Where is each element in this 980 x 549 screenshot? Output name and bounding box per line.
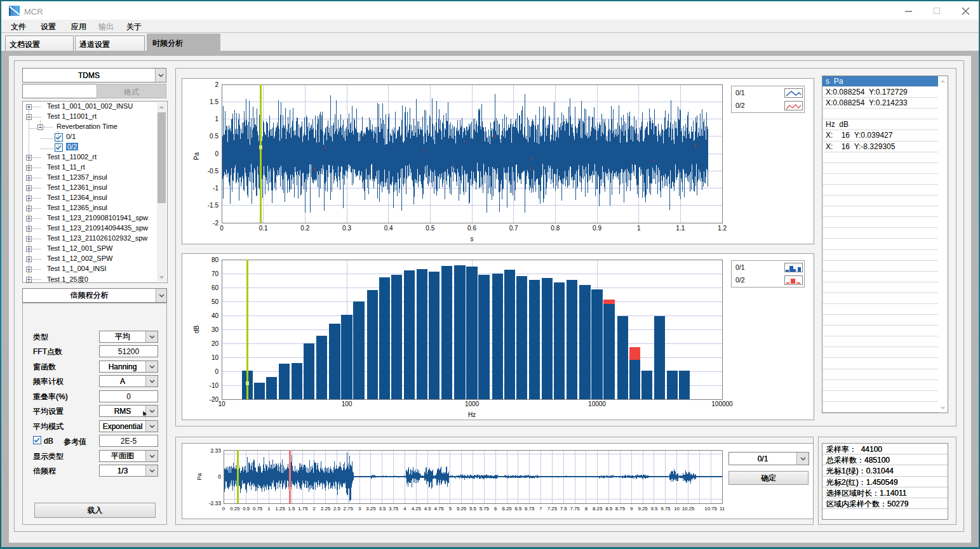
svg-text:4.25: 4.25 <box>412 506 422 512</box>
svg-text:10000: 10000 <box>588 400 606 407</box>
svg-text:6.5: 6.5 <box>514 506 522 512</box>
svg-text:s: s <box>471 235 474 242</box>
svg-text:0: 0 <box>222 506 225 512</box>
svg-text:1.1: 1.1 <box>676 225 685 232</box>
svg-text:0.5: 0.5 <box>210 133 218 140</box>
svg-text:5.75: 5.75 <box>480 506 490 512</box>
svg-text:2.33: 2.33 <box>210 447 221 454</box>
svg-text:10.25: 10.25 <box>682 506 695 512</box>
svg-text:9.5: 9.5 <box>650 506 658 512</box>
svg-text:10.75: 10.75 <box>704 506 717 512</box>
svg-text:2: 2 <box>215 81 218 88</box>
svg-text:5.5: 5.5 <box>469 506 477 512</box>
svg-text:9.25: 9.25 <box>638 506 648 512</box>
svg-text:0: 0 <box>220 225 224 232</box>
svg-text:4.75: 4.75 <box>434 506 444 512</box>
svg-text:10: 10 <box>674 506 680 512</box>
svg-text:3.25: 3.25 <box>366 506 376 512</box>
svg-text:Hz: Hz <box>468 411 476 418</box>
svg-text:Pa: Pa <box>196 473 203 480</box>
svg-text:0.5: 0.5 <box>426 225 434 232</box>
svg-text:0.9: 0.9 <box>593 225 601 232</box>
svg-text:8.75: 8.75 <box>615 506 626 512</box>
svg-text:0.3: 0.3 <box>342 225 351 232</box>
svg-text:30: 30 <box>211 326 219 333</box>
svg-text:2.75: 2.75 <box>344 506 354 512</box>
svg-text:-1.5: -1.5 <box>208 202 219 209</box>
svg-text:5: 5 <box>449 506 452 512</box>
svg-text:7.75: 7.75 <box>570 506 580 512</box>
svg-text:9.75: 9.75 <box>661 506 671 512</box>
svg-text:Pa: Pa <box>193 152 200 160</box>
svg-text:-2: -2 <box>213 220 218 227</box>
svg-text:-10: -10 <box>210 382 219 389</box>
svg-text:11: 11 <box>720 506 725 512</box>
svg-text:-1: -1 <box>213 185 218 192</box>
svg-text:2.5: 2.5 <box>333 506 341 512</box>
svg-text:-0.5: -0.5 <box>208 168 219 175</box>
svg-text:3: 3 <box>358 506 361 512</box>
svg-text:1.2: 1.2 <box>718 225 727 232</box>
svg-text:0.25: 0.25 <box>230 506 240 512</box>
svg-text:1: 1 <box>215 116 218 122</box>
svg-text:dB: dB <box>193 326 200 334</box>
svg-text:8: 8 <box>585 506 587 512</box>
svg-text:0.75: 0.75 <box>253 506 263 512</box>
svg-text:80: 80 <box>211 256 219 263</box>
svg-text:1: 1 <box>267 506 270 512</box>
svg-text:2: 2 <box>313 506 316 512</box>
svg-text:9: 9 <box>630 506 633 512</box>
svg-text:0: 0 <box>218 473 221 480</box>
svg-text:7.5: 7.5 <box>560 506 568 512</box>
svg-text:0.5: 0.5 <box>243 506 250 512</box>
svg-text:0: 0 <box>215 150 218 157</box>
svg-text:0.7: 0.7 <box>509 225 518 232</box>
svg-text:1: 1 <box>637 225 641 232</box>
svg-text:4: 4 <box>403 506 406 512</box>
svg-text:2.25: 2.25 <box>321 506 331 512</box>
svg-text:1.5: 1.5 <box>288 506 296 512</box>
svg-text:0.4: 0.4 <box>384 225 393 232</box>
svg-text:4.5: 4.5 <box>424 506 432 512</box>
svg-text:0.6: 0.6 <box>467 225 476 232</box>
svg-text:0.1: 0.1 <box>259 225 268 232</box>
svg-text:6: 6 <box>494 506 497 512</box>
svg-text:60: 60 <box>211 284 219 291</box>
svg-text:7: 7 <box>539 506 542 512</box>
svg-text:70: 70 <box>211 270 219 277</box>
svg-text:100: 100 <box>342 400 352 407</box>
svg-text:3.75: 3.75 <box>389 506 399 512</box>
svg-text:10: 10 <box>211 354 219 361</box>
svg-text:1.25: 1.25 <box>276 506 286 512</box>
svg-text:6.75: 6.75 <box>525 506 535 512</box>
svg-text:3.5: 3.5 <box>379 506 386 512</box>
svg-text:40: 40 <box>211 312 219 319</box>
svg-text:0.8: 0.8 <box>551 225 560 232</box>
svg-text:1.75: 1.75 <box>298 506 308 512</box>
svg-text:-2.33: -2.33 <box>209 500 222 506</box>
svg-text:50: 50 <box>211 298 219 305</box>
svg-text:10: 10 <box>218 400 225 407</box>
svg-text:7.25: 7.25 <box>547 506 558 512</box>
svg-text:-20: -20 <box>210 396 219 403</box>
svg-text:8.25: 8.25 <box>593 506 603 512</box>
svg-text:0.2: 0.2 <box>300 225 309 232</box>
svg-text:1000: 1000 <box>465 400 480 407</box>
svg-text:100000: 100000 <box>711 400 733 407</box>
svg-text:0: 0 <box>215 368 218 375</box>
svg-text:5.25: 5.25 <box>457 506 467 512</box>
svg-text:6.25: 6.25 <box>502 506 512 512</box>
svg-text:8.5: 8.5 <box>605 506 613 512</box>
svg-text:1.5: 1.5 <box>210 98 218 105</box>
svg-text:20: 20 <box>211 340 219 347</box>
